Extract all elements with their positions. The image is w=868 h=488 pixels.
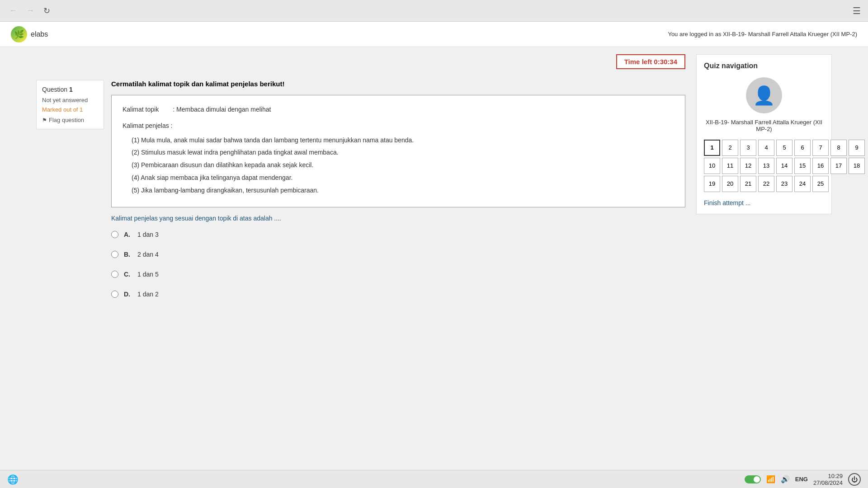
avatar: 👤 <box>746 77 782 113</box>
app-header: 🌿 elabs You are logged in as XII-B-19- M… <box>0 22 868 47</box>
nav-number-8[interactable]: 8 <box>830 140 847 156</box>
nav-number-4[interactable]: 4 <box>758 140 774 156</box>
answer-option-d[interactable]: D. 1 dan 2 <box>111 291 685 298</box>
nav-number-14[interactable]: 14 <box>776 158 793 174</box>
timer-bar: Time left 0:30:34 <box>36 54 685 69</box>
topic-separator: : <box>173 106 175 113</box>
passage-items: (1) Mula mula, anak mulai sadar bahwa ta… <box>123 135 674 196</box>
question-prompt: Kalimat penjelas yang sesuai dengan topi… <box>111 215 685 222</box>
radio-d[interactable] <box>111 291 118 298</box>
penjelas-item-5: (5) Jika lambang-lambang dirangkaikan, t… <box>132 185 674 196</box>
logo-area: 🌿 elabs <box>11 26 48 42</box>
flag-label: Flag question <box>49 117 84 123</box>
nav-number-19[interactable]: 19 <box>704 176 720 192</box>
question-title: Cermatilah kalimat topik dan kalimat pen… <box>111 80 685 88</box>
option-label-a: A. <box>124 231 130 238</box>
nav-number-3[interactable]: 3 <box>740 140 756 156</box>
radio-a[interactable] <box>111 231 118 238</box>
forward-button[interactable]: → <box>24 4 36 17</box>
nav-number-17[interactable]: 17 <box>830 158 847 174</box>
logo-icon: 🌿 <box>11 26 27 42</box>
timer-display: Time left 0:30:34 <box>616 54 685 69</box>
avatar-area: 👤 XII-B-19- Marshall Farrell Attalla Kru… <box>704 77 824 132</box>
answer-option-c[interactable]: C. 1 dan 5 <box>111 271 685 278</box>
option-text-d: 1 dan 2 <box>137 291 159 298</box>
passage-box: Kalimat topik : Membaca dimulai dengan m… <box>111 95 685 207</box>
user-info: You are logged in as XII-B-19- Marshall … <box>668 31 857 38</box>
topic-label: Kalimat topik <box>123 106 159 113</box>
nav-number-10[interactable]: 10 <box>704 158 720 174</box>
nav-number-15[interactable]: 15 <box>794 158 811 174</box>
topic-line: Kalimat topik : Membaca dimulai dengan m… <box>123 104 674 115</box>
flag-icon: ⚑ <box>42 117 47 123</box>
option-text-a: 1 dan 3 <box>137 231 159 238</box>
penjelas-label: Kalimat penjelas : <box>123 121 674 131</box>
nav-number-12[interactable]: 12 <box>740 158 756 174</box>
nav-number-1[interactable]: 1 <box>704 140 720 156</box>
logo-text: elabs <box>31 30 48 38</box>
hamburger-menu[interactable]: ☰ <box>853 5 861 16</box>
nav-number-18[interactable]: 18 <box>849 158 865 174</box>
question-panel: Time left 0:30:34 Question 1 Not yet ans… <box>36 54 685 463</box>
quiz-navigation: Quiz navigation 👤 XII-B-19- Marshall Far… <box>696 54 832 463</box>
option-label-c: C. <box>124 271 130 278</box>
flag-question-button[interactable]: ⚑ Flag question <box>42 117 98 123</box>
back-button[interactable]: ← <box>7 4 19 17</box>
nav-number-16[interactable]: 16 <box>812 158 829 174</box>
question-body: Cermatilah kalimat topik dan kalimat pen… <box>111 80 685 298</box>
answer-option-b[interactable]: B. 2 dan 4 <box>111 251 685 258</box>
not-answered-status: Not yet answered <box>42 97 98 103</box>
nav-number-11[interactable]: 11 <box>722 158 738 174</box>
nav-number-6[interactable]: 6 <box>794 140 811 156</box>
nav-number-2[interactable]: 2 <box>722 140 738 156</box>
browser-nav: ← → ↻ <box>7 4 52 18</box>
nav-number-5[interactable]: 5 <box>776 140 793 156</box>
penjelas-item-3: (3) Pembicaraan disusun dan dilatihkan k… <box>132 160 674 171</box>
main-content: Time left 0:30:34 Question 1 Not yet ans… <box>0 47 868 470</box>
question-number-value: 1 <box>69 86 73 93</box>
nav-number-20[interactable]: 20 <box>722 176 738 192</box>
reload-button[interactable]: ↻ <box>42 4 52 18</box>
radio-c[interactable] <box>111 271 118 278</box>
marked-out: Marked out of 1 <box>42 106 98 113</box>
quiz-nav-box: Quiz navigation 👤 XII-B-19- Marshall Far… <box>696 54 832 214</box>
answer-option-a[interactable]: A. 1 dan 3 <box>111 231 685 238</box>
student-name: XII-B-19- Marshall Farrell Attalla Krueg… <box>704 119 824 132</box>
avatar-icon: 👤 <box>753 85 775 106</box>
nav-number-13[interactable]: 13 <box>758 158 774 174</box>
nav-number-24[interactable]: 24 <box>794 176 811 192</box>
finish-attempt-link[interactable]: Finish attempt ... <box>704 199 750 206</box>
topic-text: Membaca dimulai dengan melihat <box>176 106 271 113</box>
nav-number-25[interactable]: 25 <box>812 176 829 192</box>
quiz-nav-title: Quiz navigation <box>704 62 824 70</box>
penjelas-item-2: (2) Stimulus masuk lewat indra penghliha… <box>132 147 674 158</box>
question-number: Question 1 <box>42 86 98 93</box>
penjelas-item-4: (4) Anak siap membaca jika telinganya da… <box>132 173 674 183</box>
option-text-b: 2 dan 4 <box>137 251 159 258</box>
option-label-b: B. <box>124 251 130 258</box>
number-grid: 1234567891011121314151617181920212223242… <box>704 140 824 192</box>
browser-bar: ← → ↻ ☰ <box>0 0 868 22</box>
content-area: Question 1 Not yet answered Marked out o… <box>36 80 685 298</box>
nav-number-22[interactable]: 22 <box>758 176 774 192</box>
nav-number-7[interactable]: 7 <box>812 140 829 156</box>
nav-number-9[interactable]: 9 <box>849 140 865 156</box>
answer-options: A. 1 dan 3 B. 2 dan 4 C. 1 dan 5 D. 1 da… <box>111 231 685 298</box>
nav-number-21[interactable]: 21 <box>740 176 756 192</box>
radio-b[interactable] <box>111 251 118 258</box>
penjelas-item-1: (1) Mula mula, anak mulai sadar bahwa ta… <box>132 135 674 146</box>
option-text-c: 1 dan 5 <box>137 271 159 278</box>
nav-number-23[interactable]: 23 <box>776 176 793 192</box>
option-label-d: D. <box>124 291 130 298</box>
question-info-sidebar: Question 1 Not yet answered Marked out o… <box>36 80 104 129</box>
